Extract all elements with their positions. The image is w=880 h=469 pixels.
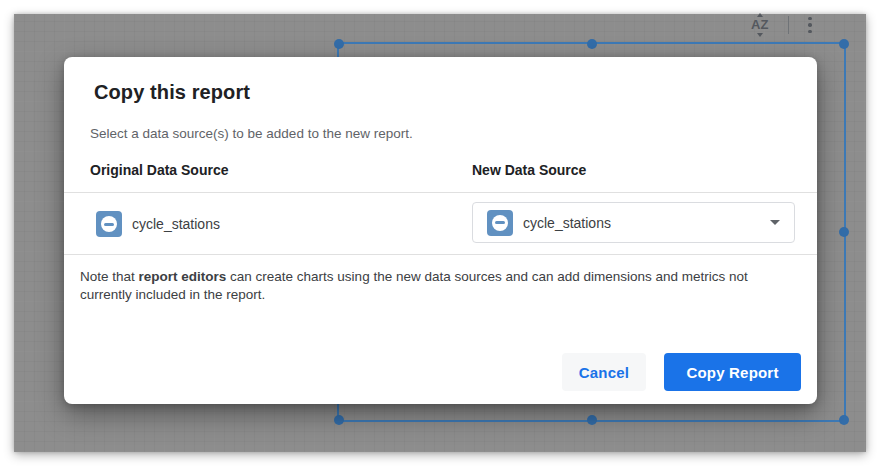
dialog-title: Copy this report bbox=[94, 81, 250, 104]
divider bbox=[64, 192, 817, 193]
sort-down-arrow bbox=[757, 33, 763, 37]
note-bold: report editors bbox=[139, 269, 227, 284]
copy-report-button[interactable]: Copy Report bbox=[664, 353, 801, 391]
selection-handle-bottom-left[interactable] bbox=[334, 415, 344, 425]
sort-by-alpha-icon[interactable]: AZ bbox=[745, 16, 774, 34]
selection-handle-bottom-center[interactable] bbox=[587, 415, 597, 425]
editor-permissions-note: Note that report editors can create char… bbox=[80, 268, 788, 304]
selection-handle-top-right[interactable] bbox=[839, 39, 849, 49]
dialog-actions: Cancel Copy Report bbox=[562, 353, 801, 391]
new-data-source-selected-value: cycle_stations bbox=[523, 215, 760, 231]
dialog-subtitle: Select a data source(s) to be added to t… bbox=[90, 126, 413, 141]
new-data-source-header: New Data Source bbox=[472, 162, 586, 178]
toolbar-divider bbox=[788, 16, 789, 34]
note-prefix: Note that bbox=[80, 269, 139, 284]
chart-toolbar: AZ bbox=[745, 12, 817, 38]
data-source-icon bbox=[96, 211, 122, 237]
new-data-source-select[interactable]: cycle_stations bbox=[472, 202, 795, 243]
original-data-source-header: Original Data Source bbox=[90, 162, 228, 178]
sort-icon-letters: AZ bbox=[751, 17, 768, 32]
cancel-button[interactable]: Cancel bbox=[562, 353, 646, 391]
selection-handle-mid-right[interactable] bbox=[839, 227, 849, 237]
selection-handle-top-left[interactable] bbox=[334, 39, 344, 49]
chevron-down-icon bbox=[770, 220, 780, 225]
original-data-source-row: cycle_stations bbox=[96, 210, 220, 238]
selection-handle-top-center[interactable] bbox=[587, 39, 597, 49]
more-vert-icon[interactable] bbox=[803, 14, 817, 37]
sort-up-arrow bbox=[757, 13, 763, 17]
original-data-source-name: cycle_stations bbox=[132, 216, 220, 232]
data-source-icon bbox=[487, 210, 513, 236]
copy-report-dialog: Copy this report Select a data source(s)… bbox=[64, 57, 817, 404]
selection-handle-bottom-right[interactable] bbox=[839, 415, 849, 425]
divider bbox=[64, 254, 817, 255]
